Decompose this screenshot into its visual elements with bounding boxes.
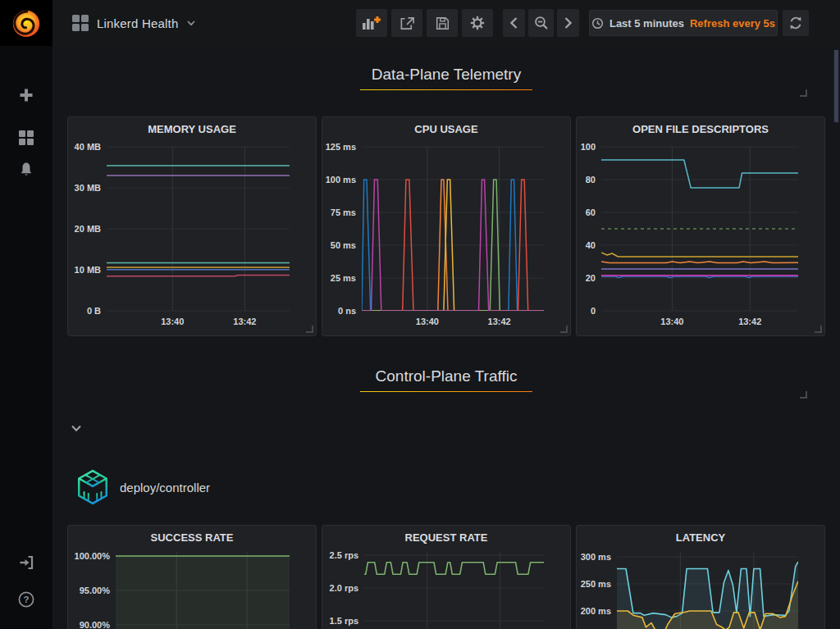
time-nav-group bbox=[503, 9, 579, 37]
svg-text:300 ms: 300 ms bbox=[581, 552, 611, 562]
panel-cpu-usage: CPU USAGE125 ms100 ms75 ms50 ms25 ms0 ns… bbox=[322, 116, 571, 336]
add-panel-icon bbox=[362, 16, 381, 30]
svg-text:13:40: 13:40 bbox=[660, 317, 683, 326]
sign-in-icon[interactable] bbox=[0, 554, 52, 571]
svg-text:25 ms: 25 ms bbox=[331, 273, 356, 283]
svg-text:13:40: 13:40 bbox=[416, 317, 439, 326]
svg-text:0 B: 0 B bbox=[87, 306, 101, 316]
svg-text:200 ms: 200 ms bbox=[581, 606, 611, 616]
row-collapse-chevron-icon[interactable] bbox=[71, 425, 82, 432]
svg-text:60: 60 bbox=[586, 207, 596, 217]
section-title-text[interactable]: Control-Plane Traffic bbox=[376, 367, 518, 385]
deployment-row: deploy/controller bbox=[75, 469, 210, 505]
panel-resize-handle[interactable] bbox=[815, 326, 822, 333]
scrollbar-thumb[interactable] bbox=[833, 49, 839, 123]
section-title-control-plane: Control-Plane Traffic bbox=[67, 367, 825, 392]
section-title-underline bbox=[360, 391, 532, 392]
help-icon[interactable]: ? bbox=[0, 590, 52, 608]
graph-open-file-descriptors[interactable]: 10080604020013:4013:42 bbox=[577, 140, 824, 335]
linkerd-logo bbox=[75, 469, 110, 505]
zoom-out-icon bbox=[534, 16, 549, 30]
panel-title[interactable]: SUCCESS RATE bbox=[68, 526, 316, 549]
alerting-bell-icon[interactable] bbox=[0, 162, 52, 178]
svg-text:250 ms: 250 ms bbox=[581, 579, 611, 589]
svg-text:13:42: 13:42 bbox=[488, 317, 511, 326]
share-button[interactable] bbox=[391, 9, 422, 37]
save-icon bbox=[435, 16, 450, 31]
grafana-logo[interactable] bbox=[0, 0, 52, 46]
svg-text:10 MB: 10 MB bbox=[75, 265, 101, 275]
chevron-left-icon bbox=[510, 17, 518, 29]
axis-labels: 40 MB30 MB20 MB10 MB0 B13:4013:42 bbox=[75, 142, 257, 326]
plus-icon[interactable] bbox=[0, 87, 52, 103]
series-group bbox=[601, 160, 798, 278]
panel-resize-handle[interactable] bbox=[560, 326, 568, 333]
svg-text:125 ms: 125 ms bbox=[326, 142, 356, 152]
svg-text:0: 0 bbox=[591, 306, 596, 316]
svg-text:2.5 rps: 2.5 rps bbox=[330, 550, 358, 560]
panel-row-control-plane: SUCCESS RATE100.00%95.00%90.00%REQUEST R… bbox=[67, 525, 825, 629]
dashboard-title[interactable]: Linkerd Health bbox=[97, 16, 179, 30]
svg-text:30 MB: 30 MB bbox=[75, 183, 101, 193]
axis-labels: 100.00%95.00%90.00% bbox=[75, 551, 111, 629]
panel-title[interactable]: REQUEST RATE bbox=[322, 526, 570, 549]
dashboards-grid-icon[interactable] bbox=[0, 130, 52, 146]
svg-text:80: 80 bbox=[586, 175, 596, 185]
settings-button[interactable] bbox=[462, 9, 493, 37]
svg-text:20 MB: 20 MB bbox=[75, 224, 101, 234]
share-icon bbox=[399, 16, 416, 31]
panel-memory-usage: MEMORY USAGE40 MB30 MB20 MB10 MB0 B13:40… bbox=[67, 116, 317, 336]
grafana-flame-icon bbox=[9, 6, 43, 40]
axis-labels: 300 ms250 ms200 ms bbox=[581, 552, 611, 616]
panel-title[interactable]: LATENCY bbox=[577, 526, 824, 549]
sidebar: ? bbox=[0, 0, 52, 629]
panel-title[interactable]: OPEN FILE DESCRIPTORS bbox=[577, 117, 824, 140]
panel-title[interactable]: CPU USAGE bbox=[322, 117, 570, 140]
clock-icon bbox=[591, 17, 604, 30]
save-button[interactable] bbox=[427, 9, 458, 37]
svg-text:1.5 rps: 1.5 rps bbox=[330, 616, 358, 626]
refresh-interval-label: Refresh every 5s bbox=[690, 17, 775, 30]
svg-text:13:42: 13:42 bbox=[738, 317, 761, 326]
grid-lines bbox=[107, 147, 290, 311]
graph-request-rate[interactable]: 2.5 rps2.0 rps1.5 rps bbox=[322, 549, 570, 629]
panel-resize-handle[interactable] bbox=[800, 89, 807, 97]
section-title-data-plane: Data-Plane Telemetry bbox=[67, 66, 825, 90]
time-forward-button[interactable] bbox=[557, 9, 579, 37]
graph-latency[interactable]: 300 ms250 ms200 ms bbox=[577, 549, 824, 629]
zoom-out-button[interactable] bbox=[528, 9, 554, 37]
series-line-crimson bbox=[107, 276, 290, 276]
svg-text:0 ns: 0 ns bbox=[338, 306, 356, 316]
add-panel-button[interactable] bbox=[356, 9, 387, 37]
axis-labels: 2.5 rps2.0 rps1.5 rps bbox=[330, 550, 358, 626]
breadcrumb: Linkerd Health bbox=[72, 0, 195, 46]
panel-resize-handle[interactable] bbox=[306, 326, 313, 333]
svg-text:?: ? bbox=[23, 595, 29, 604]
graph-success-rate[interactable]: 100.00%95.00%90.00% bbox=[68, 549, 316, 629]
time-picker[interactable]: Last 5 minutes Refresh every 5s bbox=[589, 10, 778, 36]
time-back-button[interactable] bbox=[503, 9, 525, 37]
axis-labels: 125 ms100 ms75 ms50 ms25 ms0 ns13:4013:4… bbox=[326, 142, 511, 326]
svg-text:100.00%: 100.00% bbox=[75, 551, 111, 561]
graph-cpu-usage[interactable]: 125 ms100 ms75 ms50 ms25 ms0 ns13:4013:4… bbox=[322, 140, 570, 335]
settings-gear-icon bbox=[469, 15, 486, 31]
axis-labels: 10080604020013:4013:42 bbox=[581, 142, 762, 326]
series-group bbox=[364, 563, 544, 574]
scrollbar[interactable] bbox=[833, 0, 840, 629]
section-title-text[interactable]: Data-Plane Telemetry bbox=[372, 66, 521, 84]
series-line-gold bbox=[601, 253, 798, 257]
chevron-down-icon[interactable] bbox=[187, 21, 195, 26]
panel-request-rate: REQUEST RATE2.5 rps2.0 rps1.5 rps bbox=[322, 525, 571, 629]
time-range-label: Last 5 minutes bbox=[609, 17, 684, 30]
panel-title[interactable]: MEMORY USAGE bbox=[68, 117, 316, 140]
panel-resize-handle[interactable] bbox=[800, 391, 807, 399]
series-line-blue bbox=[601, 276, 798, 278]
refresh-icon bbox=[788, 16, 803, 30]
graph-memory-usage[interactable]: 40 MB30 MB20 MB10 MB0 B13:4013:42 bbox=[68, 140, 316, 335]
svg-text:40: 40 bbox=[586, 240, 596, 250]
panel-open-file-descriptors: OPEN FILE DESCRIPTORS10080604020013:4013… bbox=[576, 116, 825, 336]
panel-success-rate: SUCCESS RATE100.00%95.00%90.00% bbox=[67, 525, 317, 629]
dashboard-grid-icon[interactable] bbox=[72, 15, 89, 31]
refresh-button[interactable] bbox=[783, 10, 809, 36]
panel-latency: LATENCY300 ms250 ms200 ms bbox=[576, 525, 825, 629]
